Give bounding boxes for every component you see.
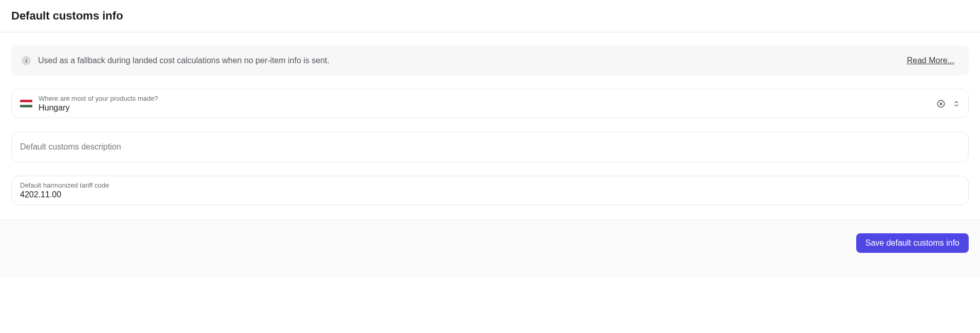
chevron-up-down-icon[interactable] xyxy=(953,99,960,108)
page-title: Default customs info xyxy=(11,9,969,23)
tariff-field-label: Default harmonized tariff code xyxy=(20,181,960,189)
country-field-actions xyxy=(936,99,960,108)
country-field-value: Hungary xyxy=(39,103,930,113)
page-header: Default customs info xyxy=(0,0,980,32)
tariff-field[interactable]: Default harmonized tariff code xyxy=(11,176,969,205)
footer-bar: Save default customs info xyxy=(0,219,980,278)
info-banner-text: Used as a fallback during landed cost ca… xyxy=(38,56,329,65)
info-banner: i Used as a fallback during landed cost … xyxy=(11,46,969,76)
clear-icon[interactable] xyxy=(936,99,946,108)
description-input[interactable] xyxy=(20,142,960,152)
country-field-label: Where are most of your products made? xyxy=(39,95,930,102)
content-area: i Used as a fallback during landed cost … xyxy=(0,32,980,219)
tariff-input[interactable] xyxy=(20,190,960,199)
country-select[interactable]: Where are most of your products made? Hu… xyxy=(11,89,969,118)
read-more-link[interactable]: Read More... xyxy=(907,56,954,65)
description-field[interactable] xyxy=(11,132,969,162)
tariff-field-body: Default harmonized tariff code xyxy=(20,181,960,199)
info-banner-left: i Used as a fallback during landed cost … xyxy=(22,56,329,65)
save-button[interactable]: Save default customs info xyxy=(856,233,969,253)
flag-icon xyxy=(20,100,32,108)
country-field-body: Where are most of your products made? Hu… xyxy=(39,95,930,113)
info-icon: i xyxy=(22,56,31,65)
